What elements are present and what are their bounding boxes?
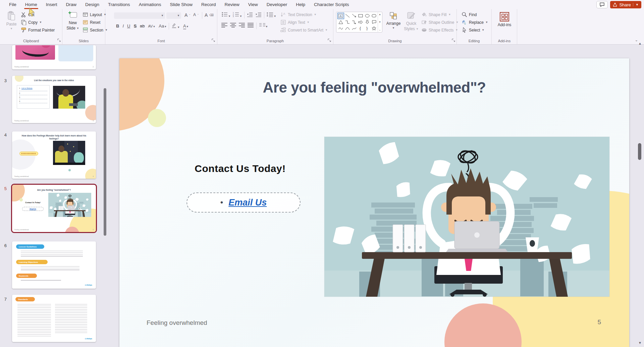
- font-color-button[interactable]: A▼: [182, 23, 190, 29]
- thumbnail-panel-scrollbar[interactable]: [103, 88, 107, 279]
- find-button[interactable]: Find: [462, 12, 477, 17]
- menu-developer[interactable]: Developer: [262, 0, 292, 9]
- text-direction-button[interactable]: A Text Direction▼: [280, 12, 317, 17]
- menu-record[interactable]: Record: [197, 0, 220, 9]
- menu-review[interactable]: Review: [220, 0, 244, 9]
- share-button[interactable]: Share ▼: [610, 1, 641, 8]
- convert-to-smartart-button[interactable]: Convert to SmartArt▼: [280, 27, 328, 33]
- layout-button[interactable]: Layout▼: [83, 12, 106, 17]
- shape-down-arrow[interactable]: [364, 19, 371, 25]
- menu-file[interactable]: File: [5, 0, 21, 9]
- align-text-button[interactable]: Align Text▼: [280, 19, 310, 25]
- align-center-button[interactable]: [230, 23, 236, 29]
- shape-right-brace[interactable]: }: [364, 25, 371, 32]
- reset-button[interactable]: Reset: [83, 19, 100, 25]
- copy-dropdown[interactable]: ▼: [39, 21, 42, 24]
- shape-fill-button[interactable]: Shape Fill▼: [421, 12, 451, 17]
- shape-arrow[interactable]: [351, 13, 358, 19]
- underline-button[interactable]: U: [126, 23, 131, 29]
- thumbnail-slide-5[interactable]: Are you feeling "overwhelmed"? Contact U…: [12, 185, 96, 232]
- highlight-color-button[interactable]: ▼: [170, 22, 181, 30]
- menu-insert[interactable]: Insert: [42, 0, 62, 9]
- clipboard-dialog-launcher-icon[interactable]: [57, 38, 61, 42]
- shape-triangle[interactable]: [337, 19, 344, 25]
- shape-scribble[interactable]: [337, 25, 344, 32]
- paste-button[interactable]: Paste ▼: [5, 11, 18, 30]
- shape-line[interactable]: [344, 13, 351, 19]
- slide-canvas[interactable]: Are you feeling "overwhelmed"? Contact U…: [119, 58, 629, 347]
- select-button[interactable]: Select▼: [462, 27, 484, 33]
- shape-rectangle[interactable]: [358, 13, 364, 19]
- columns-button[interactable]: ▼: [259, 23, 268, 29]
- new-slide-button[interactable]: New Slide▼: [65, 11, 80, 31]
- menu-view[interactable]: View: [244, 0, 262, 9]
- quick-styles-button[interactable]: Quick Styles▼: [403, 12, 419, 31]
- shape-elbow-connector[interactable]: [344, 19, 351, 25]
- decrease-font-button[interactable]: Aˇ: [193, 12, 199, 17]
- share-dropdown[interactable]: ▼: [633, 3, 639, 6]
- thumbnail-slide-4[interactable]: How does the Feelings Monster help Ash l…: [12, 131, 96, 179]
- increase-font-button[interactable]: Aˆ: [184, 12, 190, 18]
- shape-star[interactable]: [371, 25, 377, 32]
- italic-button[interactable]: I: [121, 23, 125, 29]
- shape-textbox[interactable]: A: [337, 13, 344, 19]
- scroll-up-arrow[interactable]: ▲: [638, 42, 642, 45]
- comments-button[interactable]: [596, 1, 608, 8]
- font-name-combo[interactable]: ▼: [114, 12, 165, 19]
- shapes-gallery-scrollbar[interactable]: ▲▼⌄: [378, 12, 382, 32]
- shape-curve[interactable]: [351, 25, 358, 32]
- paragraph-dialog-launcher-icon[interactable]: [327, 38, 331, 42]
- collapse-ribbon-chevron[interactable]: ⌄: [635, 38, 638, 42]
- menu-help[interactable]: Help: [291, 0, 310, 9]
- thumbnail-slide-7[interactable]: Standards Lifeliqe.: [12, 295, 96, 342]
- thumbnail-slide-2[interactable]: Sometimes we have big emotions. Noticing…: [12, 45, 96, 69]
- thumbnail-panel-scroll-thumb[interactable]: [104, 88, 106, 236]
- shape-right-arrow[interactable]: [358, 19, 364, 25]
- menu-animations[interactable]: Animations: [135, 0, 166, 9]
- shape-rounded-rectangle[interactable]: [371, 13, 377, 19]
- clear-formatting-button[interactable]: A⌫: [205, 12, 214, 18]
- shape-left-brace[interactable]: {: [358, 25, 364, 32]
- format-painter-button[interactable]: Format Painter: [21, 27, 55, 33]
- contact-us-text[interactable]: Contact Us Today!: [160, 163, 321, 174]
- align-left-button[interactable]: [221, 23, 227, 29]
- numbering-button[interactable]: 123▼: [233, 12, 242, 18]
- section-button[interactable]: Section▼: [83, 27, 108, 33]
- line-spacing-button[interactable]: ▼: [266, 12, 276, 18]
- paste-dropdown[interactable]: ▼: [10, 27, 13, 30]
- overwhelmed-man-illustration[interactable]: [324, 137, 609, 297]
- shape-arc[interactable]: [344, 25, 351, 32]
- shape-callout[interactable]: [371, 19, 377, 25]
- strikethrough-button[interactable]: ab: [139, 23, 146, 29]
- menu-character-scripts[interactable]: Character Scripts: [310, 0, 353, 9]
- arrange-button[interactable]: Arrange ▼: [384, 12, 402, 30]
- thumbnail-slide-6[interactable]: Lesson Guidelines Learning Objectives Ke…: [12, 241, 96, 289]
- bold-button[interactable]: B: [115, 23, 120, 29]
- scroll-down-arrow[interactable]: ▼: [638, 341, 642, 345]
- change-case-button[interactable]: Aa▼: [157, 23, 168, 29]
- character-spacing-button[interactable]: AV▼: [147, 23, 157, 29]
- shape-effects-button[interactable]: Shape Effects▼: [421, 27, 458, 33]
- main-scroll-thumb[interactable]: [638, 143, 641, 160]
- menu-transitions[interactable]: Transitions: [104, 0, 135, 9]
- email-us-pill[interactable]: • Email Us: [186, 192, 301, 213]
- decrease-indent-button[interactable]: [247, 12, 253, 18]
- drawing-dialog-launcher-icon[interactable]: [451, 38, 455, 42]
- menu-design[interactable]: Design: [81, 0, 104, 9]
- shape-elbow-arrow-connector[interactable]: [351, 19, 358, 25]
- bullets-button[interactable]: ▼: [221, 12, 231, 18]
- email-us-link[interactable]: Email Us: [228, 197, 267, 208]
- menu-draw[interactable]: Draw: [62, 0, 81, 9]
- thumbnail-slide-3[interactable]: List the emotions you saw in the video 1…: [12, 76, 96, 123]
- align-right-button[interactable]: [239, 23, 245, 29]
- font-size-combo[interactable]: ▼: [166, 12, 181, 19]
- increase-indent-button[interactable]: [255, 12, 262, 18]
- replace-button[interactable]: bc Replace▼: [462, 19, 488, 25]
- shape-outline-button[interactable]: Shape Outline▼: [421, 19, 459, 25]
- menu-slide-show[interactable]: Slide Show: [165, 0, 197, 9]
- copy-button[interactable]: Copy ▼: [21, 19, 42, 25]
- justify-button[interactable]: [248, 23, 254, 29]
- shape-oval[interactable]: [364, 13, 371, 19]
- font-dialog-launcher-icon[interactable]: [211, 38, 215, 42]
- slide-title[interactable]: Are you feeling "overwhelmed"?: [119, 79, 629, 96]
